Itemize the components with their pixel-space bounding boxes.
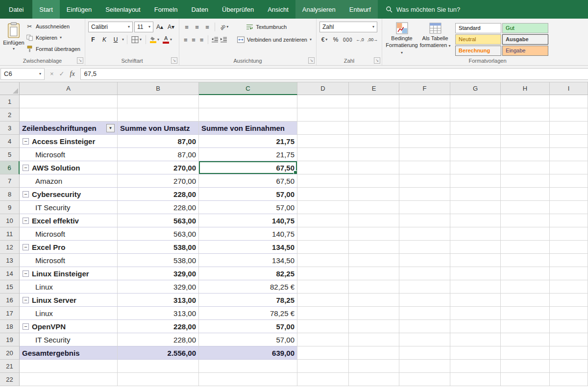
cell-I9[interactable] (550, 201, 588, 214)
cell-F19[interactable] (399, 333, 450, 346)
row-header-1[interactable]: 1 (0, 95, 20, 108)
cell-H4[interactable] (501, 135, 550, 148)
number-format-combo[interactable]: Zahl ▾ (319, 22, 377, 32)
cell-C5[interactable]: 21,75 (199, 148, 297, 161)
cell-I13[interactable] (550, 254, 588, 267)
merge-center-button[interactable]: Verbinden und zentrieren ▾ (236, 35, 313, 45)
cell-A5[interactable]: Microsoft (20, 148, 118, 161)
cell-I11[interactable] (550, 227, 588, 241)
font-name-combo[interactable]: Calibri ▾ (88, 22, 133, 32)
cell-C12[interactable]: 134,50 (199, 241, 297, 254)
cell-H11[interactable] (501, 227, 550, 241)
cell-A20[interactable]: Gesamtergebnis (20, 346, 118, 360)
tab-ueberpruefen[interactable]: Überprüfen (215, 0, 261, 19)
format-as-table-button[interactable]: Als Tabelle formatieren ▾ (418, 21, 452, 56)
cell-D15[interactable] (297, 280, 349, 294)
cell-C16[interactable]: 78,25 (199, 294, 297, 307)
cell-D7[interactable] (297, 174, 349, 188)
cell-E6[interactable] (349, 161, 399, 174)
tab-daten[interactable]: Daten (184, 0, 215, 19)
cell-F3[interactable] (399, 122, 450, 135)
shrink-font-button[interactable]: A▾ (166, 22, 176, 32)
column-header-A[interactable]: A (20, 82, 118, 95)
tab-formeln[interactable]: Formeln (147, 0, 185, 19)
underline-button[interactable]: U (111, 35, 121, 45)
cell-B8[interactable]: 228,00 (118, 188, 199, 201)
cell-H2[interactable] (501, 108, 550, 122)
row-header-5[interactable]: 5 (0, 148, 20, 161)
cell-C1[interactable] (199, 95, 297, 108)
tell-me-search[interactable]: Was möchten Sie tun? (386, 0, 460, 19)
cell-E16[interactable] (349, 294, 399, 307)
cell-A19[interactable]: IT Security (20, 333, 118, 346)
cell-G11[interactable] (450, 227, 501, 241)
fill-handle[interactable] (294, 171, 297, 174)
cell-G4[interactable] (450, 135, 501, 148)
cell-I12[interactable] (550, 241, 588, 254)
cell-E9[interactable] (349, 201, 399, 214)
cell-I8[interactable] (550, 188, 588, 201)
cell-E22[interactable] (349, 373, 399, 386)
cell-B19[interactable]: 228,00 (118, 333, 199, 346)
cell-A6[interactable]: −AWS Solution (20, 161, 118, 174)
cell-E8[interactable] (349, 188, 399, 201)
cell-D19[interactable] (297, 333, 349, 346)
cell-F2[interactable] (399, 108, 450, 122)
cell-B4[interactable]: 87,00 (118, 135, 199, 148)
cell-F10[interactable] (399, 214, 450, 227)
cell-H18[interactable] (501, 320, 550, 333)
cell-A22[interactable] (20, 373, 118, 386)
cell-H5[interactable] (501, 148, 550, 161)
cell-B10[interactable]: 563,00 (118, 214, 199, 227)
cell-B21[interactable] (118, 360, 199, 373)
cell-F6[interactable] (399, 161, 450, 174)
cell-A17[interactable]: Linux (20, 307, 118, 320)
cell-A1[interactable] (20, 95, 118, 108)
font-dialog-launcher[interactable]: ↘ (171, 57, 177, 64)
cell-F9[interactable] (399, 201, 450, 214)
cell-G18[interactable] (450, 320, 501, 333)
cell-I15[interactable] (550, 280, 588, 294)
column-header-H[interactable]: H (501, 82, 550, 95)
cell-D22[interactable] (297, 373, 349, 386)
collapse-icon[interactable]: − (23, 165, 29, 171)
cell-A21[interactable] (20, 360, 118, 373)
cell-C9[interactable]: 57,00 (199, 201, 297, 214)
cell-A3[interactable]: Zeilenbeschriftungen▼ (20, 122, 118, 135)
cell-I21[interactable] (550, 360, 588, 373)
column-header-E[interactable]: E (349, 82, 399, 95)
style-chip-gut[interactable]: Gut (502, 23, 548, 33)
cell-B22[interactable] (118, 373, 199, 386)
cell-D14[interactable] (297, 267, 349, 280)
cell-F17[interactable] (399, 307, 450, 320)
cell-I5[interactable] (550, 148, 588, 161)
cell-H21[interactable] (501, 360, 550, 373)
cell-C18[interactable]: 57,00 (199, 320, 297, 333)
cell-C7[interactable]: 67,50 (199, 174, 297, 188)
cell-B16[interactable]: 313,00 (118, 294, 199, 307)
cell-D21[interactable] (297, 360, 349, 373)
decrease-indent-icon[interactable] (211, 36, 219, 43)
cell-H16[interactable] (501, 294, 550, 307)
comma-style-button[interactable]: 000 (342, 35, 353, 45)
cell-A2[interactable] (20, 108, 118, 122)
cell-F15[interactable] (399, 280, 450, 294)
cell-G22[interactable] (450, 373, 501, 386)
align-center-icon[interactable]: ≡ (190, 36, 196, 44)
cell-H13[interactable] (501, 254, 550, 267)
cell-G1[interactable] (450, 95, 501, 108)
paste-dropdown-icon[interactable]: ▾ (13, 47, 15, 51)
cell-D20[interactable] (297, 346, 349, 360)
cell-G10[interactable] (450, 214, 501, 227)
row-header-6[interactable]: 6 (0, 161, 20, 174)
cell-A12[interactable]: −Excel Pro (20, 241, 118, 254)
cell-E13[interactable] (349, 254, 399, 267)
cell-E1[interactable] (349, 95, 399, 108)
cell-A10[interactable]: −Excel effektiv (20, 214, 118, 227)
font-color-button[interactable]: A ▾ (162, 35, 173, 45)
column-header-C[interactable]: C (199, 82, 297, 95)
cancel-icon[interactable]: × (50, 70, 54, 77)
row-header-8[interactable]: 8 (0, 188, 20, 201)
cell-E4[interactable] (349, 135, 399, 148)
cell-F4[interactable] (399, 135, 450, 148)
